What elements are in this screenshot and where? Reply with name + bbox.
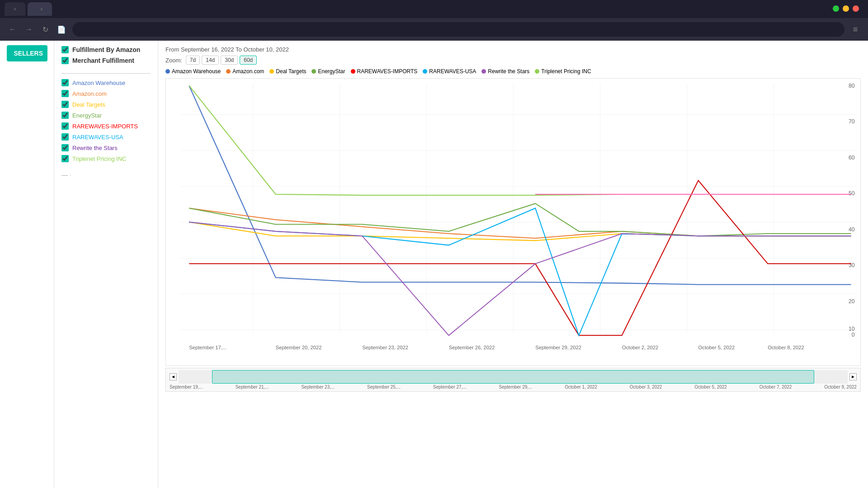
seller-deal-targets-label[interactable]: Deal Targets bbox=[72, 101, 105, 108]
seller-triplenet-label[interactable]: Triplenet Pricing INC bbox=[72, 155, 126, 162]
seller-energystar-label[interactable]: EnergyStar bbox=[72, 112, 102, 119]
y-label-60: 60 bbox=[849, 155, 855, 161]
scroll-thumb[interactable] bbox=[212, 370, 814, 384]
seller-rewrite-stars-label[interactable]: Rewrite the Stars bbox=[72, 145, 118, 151]
mini-label-1: September 19,... bbox=[170, 385, 203, 389]
legend-rarewaves-imports: RAREWAVES-IMPORTS bbox=[351, 68, 418, 75]
browser-titlebar: × × bbox=[0, 0, 868, 18]
mini-label-3: September 23,... bbox=[301, 385, 335, 389]
tab-2[interactable]: × bbox=[28, 2, 52, 16]
tl-green[interactable] bbox=[833, 5, 839, 12]
zoom-30d[interactable]: 30d bbox=[221, 56, 238, 65]
seller-rarewaves-usa-label[interactable]: RAREWAVES-USA bbox=[72, 134, 123, 141]
y-label-10: 10 bbox=[849, 326, 855, 332]
legend-dot-rarewaves-usa bbox=[423, 69, 427, 74]
merchant-fulfillment-checkbox[interactable] bbox=[61, 57, 69, 64]
seller-amazon-com: Amazon.com bbox=[61, 90, 151, 97]
seller-triplenet: Triplenet Pricing INC bbox=[61, 155, 151, 162]
tl-red[interactable] bbox=[853, 5, 859, 12]
legend-label-amazon-com: Amazon.com bbox=[232, 68, 264, 75]
zoom-60d[interactable]: 60d bbox=[240, 56, 257, 65]
seller-energystar: EnergyStar bbox=[61, 112, 151, 119]
seller-deal-targets: Deal Targets bbox=[61, 101, 151, 108]
chart-grid bbox=[180, 83, 856, 333]
mini-label-6: September 29,... bbox=[499, 385, 533, 389]
x-label-oct8: October 8, 2022 bbox=[768, 345, 804, 350]
legend-amazon-warehouse: Amazon Warehouse bbox=[165, 68, 221, 75]
chart-svg-container: 80 70 60 50 40 30 20 10 0 September 17,.… bbox=[165, 78, 861, 366]
seller-amazon-warehouse-label[interactable]: Amazon Warehouse bbox=[72, 80, 125, 86]
fulfillment-by-amazon-item: Fulfillment By Amazon bbox=[61, 46, 151, 53]
seller-rarewaves-imports-checkbox[interactable] bbox=[61, 122, 69, 130]
mini-label-4: September 25,... bbox=[367, 385, 401, 389]
main-layout: SELLERS Fulfillment By Amazon Merchant F… bbox=[0, 41, 868, 488]
legend-rewrite-stars: Rewrite the Stars bbox=[481, 68, 529, 75]
mini-label-8: October 3, 2022 bbox=[630, 385, 662, 389]
collapse-row: — · bbox=[61, 171, 151, 178]
y-label-0: 0 bbox=[852, 332, 855, 338]
seller-rarewaves-usa-checkbox[interactable] bbox=[61, 133, 69, 141]
seller-amazon-warehouse-checkbox[interactable] bbox=[61, 79, 69, 86]
home-button[interactable]: 📄 bbox=[56, 24, 67, 35]
sellers-button[interactable]: SELLERS bbox=[7, 45, 47, 61]
legend-triplenet: Triplenet Pricing INC bbox=[535, 68, 591, 75]
seller-triplenet-checkbox[interactable] bbox=[61, 155, 69, 162]
seller-rarewaves-imports-label[interactable]: RAREWAVES-IMPORTS bbox=[72, 123, 138, 130]
x-label-sep17: September 17,... bbox=[189, 345, 226, 350]
zoom-14d[interactable]: 14d bbox=[202, 56, 219, 65]
scroll-left-handle[interactable]: ◄ bbox=[170, 373, 177, 380]
legend-label-triplenet: Triplenet Pricing INC bbox=[541, 68, 591, 75]
legend-label-energystar: EnergyStar bbox=[318, 68, 345, 75]
mini-label-10: October 7, 2022 bbox=[760, 385, 792, 389]
tl-yellow[interactable] bbox=[843, 5, 849, 12]
mini-label-5: September 27,... bbox=[433, 385, 467, 389]
collapse-dot: · bbox=[70, 172, 71, 178]
tab-2-close[interactable]: × bbox=[38, 6, 45, 12]
y-label-70: 70 bbox=[849, 118, 855, 125]
address-bar[interactable] bbox=[72, 22, 844, 37]
x-label-oct5: October 5, 2022 bbox=[698, 345, 735, 350]
tab-1[interactable]: × bbox=[5, 2, 25, 16]
mini-label-7: October 1, 2022 bbox=[565, 385, 597, 389]
zoom-label: Zoom: bbox=[165, 57, 182, 64]
x-label-sep26: September 26, 2022 bbox=[449, 345, 495, 350]
legend-label-rarewaves-usa: RAREWAVES-USA bbox=[429, 68, 476, 75]
filter-panel: Fulfillment By Amazon Merchant Fulfillme… bbox=[54, 41, 158, 488]
fulfillment-filter-group: Fulfillment By Amazon Merchant Fulfillme… bbox=[61, 46, 151, 64]
browser-toolbar: ← → ↻ 📄 ≡ bbox=[0, 18, 868, 41]
sellers-filter-group: Amazon Warehouse Amazon.com Deal Targets… bbox=[61, 79, 151, 162]
zoom-7d[interactable]: 7d bbox=[186, 56, 200, 65]
legend-label-rewrite-stars: Rewrite the Stars bbox=[488, 68, 529, 75]
scroll-right-handle[interactable]: ► bbox=[849, 373, 857, 380]
seller-rewrite-stars-checkbox[interactable] bbox=[61, 144, 69, 151]
sidebar: SELLERS bbox=[0, 41, 54, 488]
chart-area: From September 16, 2022 To October 10, 2… bbox=[158, 41, 868, 488]
fulfillment-by-amazon-checkbox[interactable] bbox=[61, 46, 69, 53]
seller-rarewaves-usa: RAREWAVES-USA bbox=[61, 133, 151, 141]
legend-energystar: EnergyStar bbox=[311, 68, 345, 75]
legend-dot-energystar bbox=[311, 69, 316, 74]
legend-dot-amazon-com bbox=[226, 69, 231, 74]
seller-energystar-checkbox[interactable] bbox=[61, 112, 69, 119]
y-label-30: 30 bbox=[849, 262, 855, 268]
legend-amazon-com: Amazon.com bbox=[226, 68, 264, 75]
mini-label-9: October 5, 2022 bbox=[694, 385, 727, 389]
menu-button[interactable]: ≡ bbox=[850, 24, 861, 35]
legend-label-amazon-warehouse: Amazon Warehouse bbox=[172, 68, 221, 75]
y-label-50: 50 bbox=[849, 190, 855, 197]
seller-deal-targets-checkbox[interactable] bbox=[61, 101, 69, 108]
back-button[interactable]: ← bbox=[7, 24, 18, 35]
mini-date-labels: September 19,... September 21,... Septem… bbox=[170, 385, 857, 389]
x-label-sep29: September 29, 2022 bbox=[535, 345, 581, 350]
scroll-track[interactable] bbox=[179, 370, 848, 384]
filter-divider bbox=[61, 73, 151, 74]
forward-button[interactable]: → bbox=[24, 24, 34, 35]
seller-amazon-com-label[interactable]: Amazon.com bbox=[72, 90, 107, 97]
seller-rarewaves-imports: RAREWAVES-IMPORTS bbox=[61, 122, 151, 130]
chart-legend: Amazon Warehouse Amazon.com Deal Targets… bbox=[165, 68, 861, 75]
legend-dot-rewrite-stars bbox=[481, 69, 486, 74]
traffic-lights bbox=[833, 5, 859, 12]
tab-1-close[interactable]: × bbox=[12, 6, 18, 12]
reload-button[interactable]: ↻ bbox=[40, 24, 51, 35]
seller-amazon-com-checkbox[interactable] bbox=[61, 90, 69, 97]
